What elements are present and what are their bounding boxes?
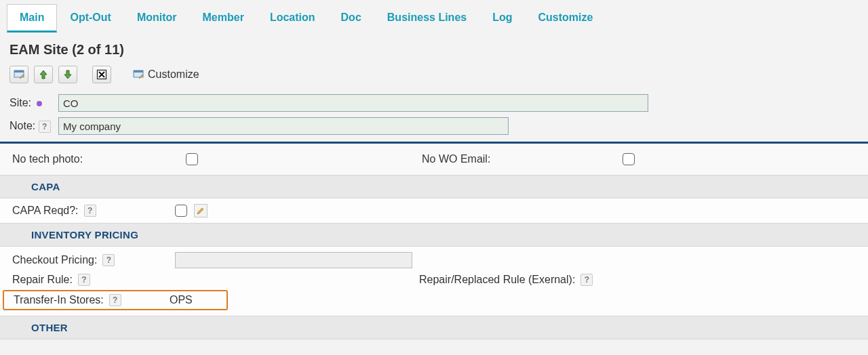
note-help-icon[interactable]: ? — [39, 121, 51, 133]
toolbar-down-arrow-icon[interactable] — [58, 66, 77, 83]
tab-bar: Main Opt-Out Monitor Member Location Doc… — [0, 0, 868, 33]
check-row: No tech photo: No WO Email: — [0, 144, 868, 175]
tab-opt-out[interactable]: Opt-Out — [57, 4, 123, 33]
section-inventory-body: Checkout Pricing: ? Repair Rule: ? Repai… — [0, 247, 868, 316]
note-input[interactable] — [58, 117, 509, 135]
repair-rule-label: Repair Rule: — [12, 274, 73, 286]
site-row: Site: — [0, 91, 868, 114]
section-capa-header: CAPA — [0, 175, 868, 199]
svg-rect-4 — [134, 70, 143, 72]
tab-member[interactable]: Member — [190, 4, 257, 33]
tab-main[interactable]: Main — [7, 4, 57, 33]
toolbar: Customize — [0, 63, 868, 91]
checkout-pricing-input[interactable] — [175, 252, 412, 268]
repair-replaced-rule-help-icon[interactable]: ? — [580, 274, 593, 286]
capa-reqd-help-icon[interactable]: ? — [84, 205, 96, 217]
site-input[interactable] — [58, 94, 648, 112]
customize-label: Customize — [148, 68, 199, 81]
tab-customize[interactable]: Customize — [526, 4, 606, 33]
repair-rule-help-icon[interactable]: ? — [78, 274, 90, 286]
section-inventory-header: INVENTORY PRICING — [0, 223, 868, 247]
page-title: EAM Site (2 of 11) — [0, 33, 868, 63]
no-tech-photo-label: No tech photo: — [12, 153, 83, 165]
toolbar-edit-icon[interactable] — [9, 66, 28, 83]
repair-replaced-rule-label: Repair/Replaced Rule (Exernal): — [419, 274, 575, 286]
required-dot-icon — [37, 101, 42, 106]
transfer-in-stores-value: OPS — [170, 294, 193, 306]
no-wo-email-checkbox[interactable] — [623, 153, 635, 165]
checkout-pricing-help-icon[interactable]: ? — [102, 254, 115, 266]
no-tech-photo-checkbox[interactable] — [186, 153, 198, 165]
transfer-in-stores-label: Transfer-In Stores: — [14, 294, 104, 306]
transfer-in-stores-highlight: Transfer-In Stores: ? OPS — [3, 290, 228, 310]
toolbar-up-arrow-icon[interactable] — [34, 66, 53, 83]
no-wo-email-label: No WO Email: — [422, 153, 490, 165]
tab-monitor[interactable]: Monitor — [124, 4, 190, 33]
capa-reqd-checkbox[interactable] — [175, 205, 187, 217]
site-label: Site: — [9, 97, 53, 109]
note-row: Note: ? — [0, 114, 868, 138]
note-label: Note: ? — [9, 120, 53, 133]
capa-reqd-label: CAPA Reqd?: — [12, 205, 79, 217]
toolbar-delete-icon[interactable] — [92, 66, 111, 83]
customize-icon — [133, 69, 144, 80]
tab-location[interactable]: Location — [257, 4, 328, 33]
svg-rect-1 — [14, 70, 24, 72]
capa-reqd-edit-icon[interactable] — [194, 204, 208, 217]
transfer-in-stores-help-icon[interactable]: ? — [109, 294, 121, 306]
section-capa-body: CAPA Reqd?: ? — [0, 199, 868, 223]
tab-business-lines[interactable]: Business Lines — [374, 4, 479, 33]
toolbar-customize-button[interactable]: Customize — [126, 66, 206, 83]
tab-log[interactable]: Log — [479, 4, 525, 33]
section-other-header: OTHER — [0, 316, 868, 339]
checkout-pricing-label: Checkout Pricing: — [12, 254, 97, 266]
tab-doc[interactable]: Doc — [328, 4, 374, 33]
